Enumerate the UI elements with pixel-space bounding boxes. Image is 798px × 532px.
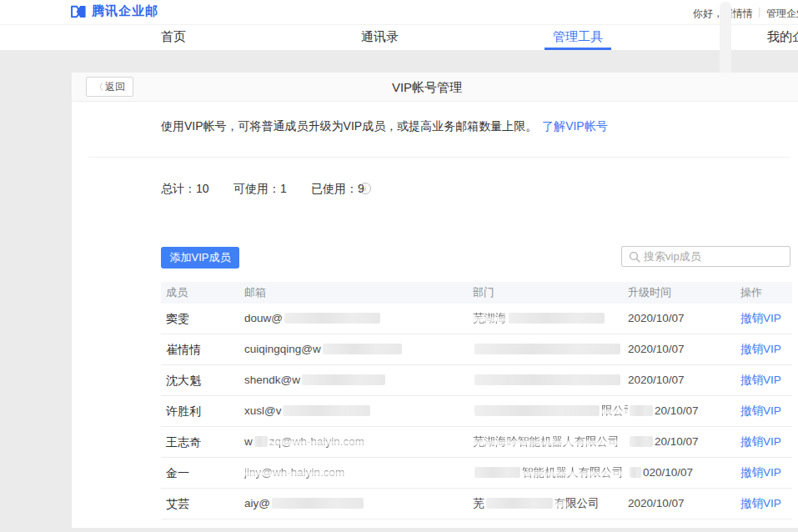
cell-text: douw@ [244, 312, 283, 324]
redaction-smudge [474, 344, 620, 354]
upgrade-date: 20/10/07 [628, 396, 740, 426]
member-department [473, 334, 628, 364]
cell-text: cuiqingqing@w [244, 343, 321, 355]
revoke-vip-link[interactable]: 撤销VIP [740, 374, 781, 386]
redaction-smudge [630, 436, 653, 447]
member-name: 王志奇 [161, 427, 244, 457]
redaction-smudge [302, 374, 385, 385]
redaction-smudge [474, 405, 600, 416]
smeared-text: jiny@wh-haiyin.com [244, 466, 344, 479]
search-icon [629, 251, 640, 263]
revoke-vip-link[interactable]: 撤销VIP [740, 435, 781, 448]
redaction-smudge [283, 405, 370, 416]
vip-management-panel: 〈返回 VIP帐号管理 使用VIP帐号，可将普通成员升级为VIP成员，或提高业务… [72, 73, 798, 528]
cell-text: 2020/10/07 [628, 374, 685, 386]
member-name: 沈大魁 [161, 365, 244, 395]
info-icon[interactable]: i [359, 183, 371, 194]
member-department: 芜有限公司 [473, 489, 628, 519]
app-logo[interactable]: 腾讯企业邮 [70, 3, 158, 19]
cell-text: 限公司 [565, 497, 600, 509]
tab-contacts[interactable]: 通讯录 [361, 25, 399, 50]
stat-total: 总计：10 [161, 182, 209, 197]
stat-available: 可使用：1 [233, 182, 287, 197]
member-department: 芜湖海吟智能机器人有限公司 [473, 427, 628, 457]
table-row: 沈大魁shendk@w2020/10/07撤销VIP [161, 365, 792, 396]
search-box [621, 246, 790, 267]
revoke-vip-link[interactable]: 撤销VIP [740, 466, 781, 479]
cell-text: aiy@ [244, 497, 270, 509]
smeared-text: 有 [555, 497, 566, 509]
member-department: 限公司 [473, 396, 628, 426]
table-header: 成员 邮箱 部门 升级时间 操作 [161, 282, 792, 304]
member-email: shendk@w [244, 365, 473, 395]
action-cell: 撤销VIP [740, 396, 792, 426]
stat-available-value: 1 [280, 182, 287, 195]
upgrade-date: 020/10/07 [628, 458, 740, 488]
upgrade-date: 2020/10/07 [628, 304, 740, 334]
upgrade-date: 20/10/07 [628, 427, 740, 457]
cell-text: 020/10/07 [643, 466, 693, 479]
revoke-vip-link[interactable]: 撤销VIP [740, 404, 781, 417]
learn-vip-link[interactable]: 了解VIP帐号 [542, 119, 608, 133]
member-email: xusl@v [244, 396, 473, 426]
table-row: 金一jiny@wh-haiyin.com智能机器人有限公司020/10/07撤销… [161, 458, 792, 489]
redaction-smudge [509, 313, 605, 324]
redaction-smudge [630, 467, 641, 478]
logo-text: 腾讯企业邮 [92, 3, 158, 19]
page-title: VIP帐号管理 [392, 73, 462, 102]
redaction-smudge [474, 374, 620, 385]
upgrade-date: 2020/10/07 [628, 334, 740, 364]
col-member: 成员 [161, 282, 244, 304]
table-row: 窦雯douw@芜湖海2020/10/07撤销VIP [161, 304, 792, 334]
action-cell: 撤销VIP [740, 489, 792, 519]
member-email: cuiqingqing@w [244, 334, 473, 364]
manage-company-link[interactable]: 管理企业 [766, 7, 798, 21]
cell-text: 芜 [473, 497, 484, 509]
table-row: 艾芸aiy@芜有限公司2020/10/07撤销VIP [161, 489, 792, 519]
member-email: aiy@ [244, 489, 473, 519]
member-department [473, 365, 628, 395]
action-cell: 撤销VIP [740, 427, 792, 457]
back-label: 返回 [105, 81, 125, 93]
revoke-vip-link[interactable]: 撤销VIP [740, 343, 781, 355]
redaction-smudge [630, 405, 653, 416]
cell-text: xusl@v [244, 404, 281, 417]
member-name: 许胜利 [161, 396, 244, 426]
smeared-text: 芜湖海 [473, 312, 507, 324]
panel-header: 〈返回 VIP帐号管理 [72, 73, 798, 102]
back-button[interactable]: 〈返回 [86, 77, 133, 97]
col-upgrade-time: 升级时间 [628, 282, 740, 304]
tab-home[interactable]: 首页 [161, 25, 186, 50]
smeared-text: 限公司 [601, 404, 628, 417]
table-body: 窦雯douw@芜湖海2020/10/07撤销VIP崔情情cuiqingqing@… [161, 304, 792, 519]
cell-text: 2020/10/07 [628, 497, 685, 509]
smeared-text: 芜湖海吟智能机器人有限公司 [473, 435, 620, 448]
tab-admin-tools[interactable]: 管理工具 [545, 25, 611, 50]
description-text: 使用VIP帐号，可将普通成员升级为VIP成员，或提高业务邮箱数量上限。了解VIP… [161, 119, 608, 134]
cell-text: shendk@w [244, 374, 300, 386]
chevron-left-icon: 〈 [94, 82, 103, 92]
revoke-vip-link[interactable]: 撤销VIP [740, 312, 781, 324]
tab-my-company[interactable]: 我的企业 [767, 25, 798, 50]
member-name: 艾芸 [161, 489, 244, 519]
cell-text: 2020/10/07 [628, 312, 685, 324]
smeared-text: 智能机器人有限公司 [522, 466, 624, 479]
add-vip-member-button[interactable]: 添加VIP成员 [161, 247, 239, 269]
redaction-smudge [323, 344, 402, 354]
revoke-vip-link[interactable]: 撤销VIP [740, 497, 781, 509]
redaction-smudge [284, 313, 380, 324]
main-nav: 首页 通讯录 管理工具 我的企业 [0, 25, 798, 50]
member-email: douw@ [244, 304, 473, 334]
cell-text: 20/10/07 [655, 435, 699, 448]
stat-used: 已使用：9 [311, 182, 364, 197]
table-row: 崔情情cuiqingqing@w2020/10/07撤销VIP [161, 334, 792, 365]
col-email: 邮箱 [244, 282, 473, 304]
section-divider [88, 157, 790, 158]
col-department: 部门 [473, 282, 628, 304]
member-department: 智能机器人有限公司 [473, 458, 628, 488]
redaction-smudge [486, 498, 553, 509]
member-name: 窦雯 [161, 304, 244, 334]
search-input[interactable] [644, 248, 787, 265]
vip-members-table: 成员 邮箱 部门 升级时间 操作 窦雯douw@芜湖海2020/10/07撤销V… [161, 282, 792, 519]
cell-text: 2020/10/07 [628, 343, 685, 355]
